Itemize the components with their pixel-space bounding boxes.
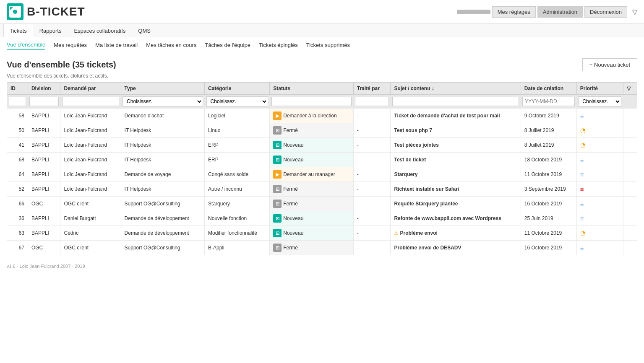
status-icon: ▶ bbox=[273, 170, 282, 179]
sub-nav-mes-requetes[interactable]: Mes requêtes bbox=[54, 40, 87, 50]
sub-nav-vue[interactable]: Vue d'ensemble bbox=[7, 40, 45, 50]
cell-id: 58 bbox=[7, 109, 28, 123]
cell-actions bbox=[623, 109, 637, 123]
deconnexion-button[interactable]: Déconnexion bbox=[584, 6, 627, 18]
cell-division: BAPPLI bbox=[28, 109, 60, 123]
table-row[interactable]: 41 BAPPLI Loïc Jean-Fulcrand IT Helpdesk… bbox=[7, 138, 637, 153]
cell-categorie: Nouvelle fonction bbox=[205, 211, 270, 226]
nav-tabs: Tickets Rapports Espaces collaboratifs Q… bbox=[0, 24, 644, 37]
cell-categorie: ERP bbox=[205, 153, 270, 167]
nav-tab-qms[interactable]: QMS bbox=[132, 24, 157, 37]
cell-sujet: Problème envoi de DESADV bbox=[391, 241, 521, 255]
cell-demande-par: Loïc Jean-Fulcrand bbox=[60, 167, 121, 182]
sub-nav-epingles[interactable]: Tickets épinglés bbox=[259, 40, 298, 50]
cell-sujet: Test de ticket bbox=[391, 153, 521, 167]
division-filter-input[interactable] bbox=[29, 97, 59, 106]
sub-nav-taches-equipe[interactable]: Tâches de l'équipe bbox=[205, 40, 250, 50]
status-label: Demander à la direction bbox=[283, 113, 336, 119]
table-row[interactable]: 68 BAPPLI Loïc Jean-Fulcrand IT Helpdesk… bbox=[7, 153, 637, 167]
type-filter-select[interactable]: Choisissez. bbox=[123, 96, 203, 106]
traite-par-filter-input[interactable] bbox=[355, 97, 389, 106]
status-icon: ⊡ bbox=[273, 200, 282, 208]
priorite-filter-select[interactable]: Choisissez. bbox=[578, 96, 621, 106]
col-header-type: Type bbox=[121, 83, 205, 95]
col-header-filter[interactable]: ▽ bbox=[623, 83, 637, 95]
sub-nav-supprimes[interactable]: Tickets supprimés bbox=[306, 40, 350, 50]
cell-sujet: Richtext instable sur Safari bbox=[391, 182, 521, 197]
filter-division bbox=[28, 95, 60, 109]
top-filter-icon[interactable]: ▽ bbox=[632, 8, 637, 16]
status-icon: ▶ bbox=[273, 111, 282, 120]
cell-date: 11 Octobre 2019 bbox=[521, 167, 576, 182]
cell-sujet: Ticket de demande d'achat de test pour m… bbox=[391, 109, 521, 123]
id-filter-input[interactable] bbox=[9, 97, 26, 106]
col-header-categorie: Catégorie bbox=[205, 83, 270, 95]
cell-date: 8 Juillet 2019 bbox=[521, 138, 576, 153]
cell-categorie: Starquery bbox=[205, 197, 270, 211]
nav-tab-espaces[interactable]: Espaces collaboratifs bbox=[68, 24, 132, 37]
sujet-text: Test pièces jointes bbox=[394, 142, 438, 148]
table-row[interactable]: 50 BAPPLI Loïc Jean-Fulcrand IT Helpdesk… bbox=[7, 123, 637, 138]
table-row[interactable]: 64 BAPPLI Loïc Jean-Fulcrand Demande de … bbox=[7, 167, 637, 182]
cell-statuts: ⊡ Nouveau bbox=[270, 153, 354, 167]
demande-par-filter-input[interactable] bbox=[62, 97, 119, 106]
reglages-button[interactable]: Mes réglages bbox=[492, 6, 536, 18]
table-row[interactable]: 67 OGC OGC client Support OG@Consulting … bbox=[7, 241, 637, 255]
date-filter-input[interactable] bbox=[522, 97, 575, 106]
column-filter-icon[interactable]: ▽ bbox=[627, 86, 631, 91]
table-row[interactable]: 63 BAPPLI Cédric Demande de développemen… bbox=[7, 226, 637, 241]
cell-sujet: Test sous php 7 bbox=[391, 123, 521, 138]
table-row[interactable]: 58 BAPPLI Loïc Jean-Fulcrand Demande d'a… bbox=[7, 109, 637, 123]
cell-type: Demande de voyage bbox=[121, 167, 205, 182]
page-header: Vue d'ensemble (35 tickets) + Nouveau ti… bbox=[0, 53, 644, 73]
status-label: Fermé bbox=[283, 186, 298, 192]
cell-division: OGC bbox=[28, 241, 60, 255]
user-button[interactable] bbox=[457, 10, 490, 14]
filter-sujet bbox=[391, 95, 521, 109]
cell-type: Support OG@Consulting bbox=[121, 197, 205, 211]
status-label: Demander au manager bbox=[283, 171, 335, 177]
status-label: Nouveau bbox=[283, 142, 303, 148]
filter-type: Choisissez. bbox=[121, 95, 205, 109]
sub-nav: Vue d'ensemble Mes requêtes Ma liste de … bbox=[0, 37, 644, 53]
cell-priorite: ≡ bbox=[576, 109, 623, 123]
cell-id: 64 bbox=[7, 167, 28, 182]
cell-sujet: ⚠Problème envoi bbox=[391, 226, 521, 241]
table-row[interactable]: 52 BAPPLI Loïc Jean-Fulcrand IT Helpdesk… bbox=[7, 182, 637, 197]
statuts-filter-input[interactable] bbox=[271, 97, 352, 106]
cell-statuts: ⊡ Fermé bbox=[270, 197, 354, 211]
priority-clock-icon: ◔ bbox=[580, 141, 586, 148]
cell-statuts: ⊡ Fermé bbox=[270, 123, 354, 138]
filter-date bbox=[521, 95, 576, 109]
sujet-filter-input[interactable] bbox=[392, 97, 519, 106]
nav-tab-rapports[interactable]: Rapports bbox=[33, 24, 68, 37]
cell-date: 3 Septembre 2019 bbox=[521, 182, 576, 197]
cell-priorite: ≡ bbox=[576, 182, 623, 197]
sub-nav-ma-liste[interactable]: Ma liste de travail bbox=[95, 40, 138, 50]
cell-traite-par: - bbox=[353, 167, 391, 182]
table-row[interactable]: 36 BAPPLI Daniel Burgatt Demande de déve… bbox=[7, 211, 637, 226]
page-title: Vue d'ensemble (35 tickets) bbox=[7, 60, 116, 70]
categorie-filter-select[interactable]: Choisissez. bbox=[206, 96, 268, 106]
nav-tab-tickets[interactable]: Tickets bbox=[3, 24, 33, 37]
cell-priorite: ≡ bbox=[576, 211, 623, 226]
page-subtitle: Vue d'ensemble des tickets, cloturés et … bbox=[0, 73, 644, 82]
cell-statuts: ⊡ Nouveau bbox=[270, 226, 354, 241]
status-label: Nouveau bbox=[283, 230, 303, 236]
new-ticket-button[interactable]: + Nouveau ticket bbox=[582, 58, 637, 71]
administration-button[interactable]: Administration bbox=[537, 6, 583, 18]
table-row[interactable]: 66 OGC OGC client Support OG@Consulting … bbox=[7, 197, 637, 211]
cell-type: IT Helpdesk bbox=[121, 153, 205, 167]
sujet-text: Test sous php 7 bbox=[394, 127, 432, 133]
priority-lines-icon: ≡ bbox=[580, 156, 584, 163]
status-icon: ⊡ bbox=[273, 126, 282, 135]
filter-categorie: Choisissez. bbox=[205, 95, 270, 109]
sujet-text: Problème envoi de DESADV bbox=[394, 245, 461, 251]
sub-nav-mes-taches[interactable]: Mes tâches en cours bbox=[146, 40, 196, 50]
cell-traite-par: - bbox=[353, 123, 391, 138]
ticket-tbody: 58 BAPPLI Loïc Jean-Fulcrand Demande d'a… bbox=[7, 109, 637, 255]
cell-traite-par: - bbox=[353, 226, 391, 241]
filter-statuts bbox=[270, 95, 354, 109]
logo-icon bbox=[7, 3, 23, 20]
status-icon: ⊡ bbox=[273, 141, 282, 149]
